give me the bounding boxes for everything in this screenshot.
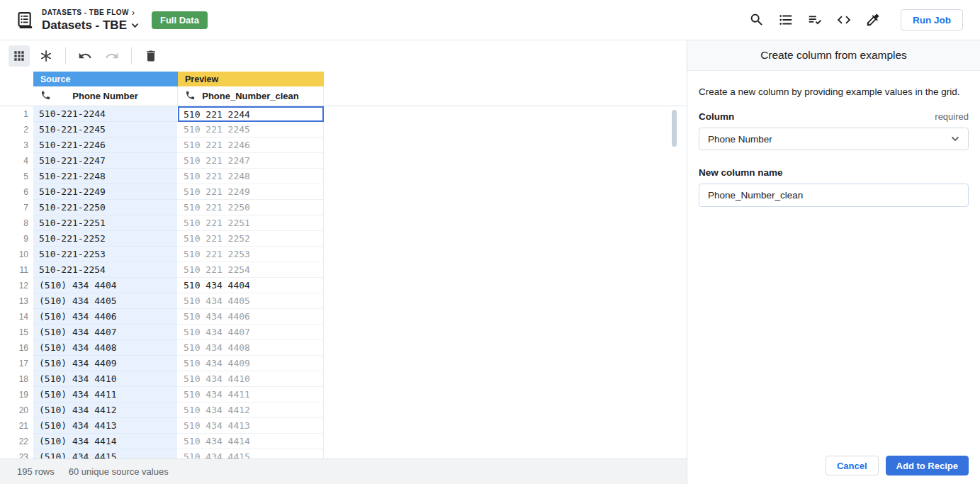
eyedropper-icon[interactable] <box>864 11 882 28</box>
chevron-down-icon[interactable] <box>131 23 139 28</box>
source-cell[interactable]: 510-221-2253 <box>33 247 178 262</box>
toolbar-divider <box>131 47 132 64</box>
column-select[interactable]: Phone Number <box>699 128 969 150</box>
grid-area: Source Preview Phone Number Phone_Number… <box>0 40 687 484</box>
preview-cell[interactable]: 510 221 2254 <box>178 262 324 278</box>
row-number: 10 <box>0 247 33 262</box>
row-number: 8 <box>0 215 33 231</box>
column-header-row: Phone Number Phone_Number_clean <box>0 86 687 106</box>
source-cell[interactable]: (510) 434 4411 <box>33 387 178 403</box>
source-cell[interactable]: (510) 434 4410 <box>33 371 178 387</box>
run-job-button[interactable]: Run Job <box>901 9 963 30</box>
top-header: DATASETS - TBE FLOW › Datasets - TBE Ful… <box>0 0 980 40</box>
row-number: 23 <box>0 449 33 458</box>
required-label: required <box>935 111 969 122</box>
code-icon[interactable] <box>835 11 852 28</box>
cancel-button[interactable]: Cancel <box>826 456 879 475</box>
recipe-book-icon <box>14 9 35 30</box>
preview-cell[interactable]: 510 221 2246 <box>178 137 324 153</box>
full-data-badge[interactable]: Full Data <box>152 11 208 29</box>
row-number: 19 <box>0 387 33 403</box>
grid-toolbar <box>0 40 687 72</box>
preview-cell[interactable]: 510 434 4412 <box>178 403 324 418</box>
chevron-right-icon: › <box>132 8 135 18</box>
source-cell[interactable]: 510-221-2246 <box>33 137 178 153</box>
preview-cell[interactable]: 510 434 4413 <box>178 418 324 434</box>
source-column-header[interactable]: Phone Number <box>33 86 178 106</box>
row-number: 15 <box>0 325 33 340</box>
new-column-name-input[interactable] <box>699 184 969 207</box>
preview-cell[interactable]: 510 434 4404 <box>178 278 324 293</box>
table-row: 10510-221-2253510 221 2253 <box>0 247 687 262</box>
row-number: 17 <box>0 356 33 371</box>
table-row: 23(510) 434 4415510 434 4415 <box>0 449 687 458</box>
source-cell[interactable]: (510) 434 4406 <box>33 309 178 325</box>
redo-icon[interactable] <box>101 45 123 67</box>
source-column-name[interactable]: Phone Number <box>33 91 177 101</box>
preview-cell[interactable]: 510 434 4409 <box>178 356 324 371</box>
source-cell[interactable]: 510-221-2254 <box>33 262 178 278</box>
preview-cell[interactable]: 510 221 2245 <box>178 122 324 137</box>
preview-column-name[interactable]: Phone_Number_clean <box>178 91 323 101</box>
preview-cell[interactable]: 510 434 4407 <box>178 325 324 340</box>
preview-column-header[interactable]: Phone_Number_clean <box>178 86 324 106</box>
add-to-recipe-button[interactable]: Add to Recipe <box>886 456 969 475</box>
table-row: 1510-221-2244510 221 2244 <box>0 106 687 122</box>
source-band: Source <box>33 72 178 86</box>
source-cell[interactable]: 510-221-2248 <box>33 169 178 184</box>
source-cell[interactable]: (510) 434 4407 <box>33 325 178 340</box>
source-cell[interactable]: 510-221-2251 <box>33 215 178 231</box>
source-cell[interactable]: (510) 434 4405 <box>33 293 178 309</box>
title-block: DATASETS - TBE FLOW › Datasets - TBE <box>42 8 139 33</box>
preview-cell[interactable]: 510 221 2253 <box>178 247 324 262</box>
source-cell[interactable]: 510-221-2247 <box>33 153 178 169</box>
source-cell[interactable]: (510) 434 4408 <box>33 340 178 356</box>
search-icon[interactable] <box>748 11 765 28</box>
preview-cell[interactable]: 510 434 4411 <box>178 387 324 403</box>
preview-cell[interactable]: 510 221 2247 <box>178 153 324 169</box>
preview-cell[interactable]: 510 221 2250 <box>178 200 324 215</box>
preview-cell[interactable]: 510 434 4406 <box>178 309 324 325</box>
vertical-scrollbar[interactable] <box>672 110 677 147</box>
source-cell[interactable]: (510) 434 4415 <box>33 449 178 458</box>
preview-cell[interactable]: 510 221 2252 <box>178 231 324 247</box>
source-cell[interactable]: (510) 434 4404 <box>33 278 178 293</box>
preview-cell[interactable]: 510 434 4410 <box>178 371 324 387</box>
preview-cell[interactable]: 510 434 4415 <box>178 449 324 458</box>
list-check-icon[interactable] <box>806 11 823 28</box>
table-row: 17(510) 434 4409510 434 4409 <box>0 356 687 371</box>
status-bar: 195 rows 60 unique source values <box>0 458 687 484</box>
toolbar-divider <box>65 47 66 64</box>
preview-cell[interactable]: 510 221 2248 <box>178 169 324 184</box>
list-icon[interactable] <box>777 11 794 28</box>
preview-cell[interactable]: 510 434 4408 <box>178 340 324 356</box>
row-number: 1 <box>0 106 33 122</box>
breadcrumb[interactable]: DATASETS - TBE FLOW › <box>42 8 139 18</box>
breadcrumb-label[interactable]: DATASETS - TBE FLOW <box>42 9 129 16</box>
source-cell[interactable]: 510-221-2244 <box>33 106 178 122</box>
trash-icon[interactable] <box>140 45 162 67</box>
table-row: 2510-221-2245510 221 2245 <box>0 122 687 137</box>
preview-cell[interactable]: 510 221 2251 <box>178 215 324 231</box>
row-number: 9 <box>0 231 33 247</box>
preview-cell[interactable]: 510 434 4405 <box>178 293 324 309</box>
table-row: 5510-221-2248510 221 2248 <box>0 169 687 184</box>
table-row: 16(510) 434 4408510 434 4408 <box>0 340 687 356</box>
source-cell[interactable]: (510) 434 4414 <box>33 434 178 449</box>
undo-icon[interactable] <box>74 45 96 67</box>
source-cell[interactable]: 510-221-2250 <box>33 200 178 215</box>
source-cell[interactable]: (510) 434 4413 <box>33 418 178 434</box>
asterisk-icon[interactable] <box>35 45 57 67</box>
source-cell[interactable]: 510-221-2252 <box>33 231 178 247</box>
row-number: 12 <box>0 278 33 293</box>
source-cell[interactable]: (510) 434 4412 <box>33 403 178 418</box>
source-cell[interactable]: 510-221-2249 <box>33 184 178 200</box>
source-cell[interactable]: 510-221-2245 <box>33 122 178 137</box>
preview-cell[interactable]: 510 434 4414 <box>178 434 324 449</box>
table-row: 8510-221-2251510 221 2251 <box>0 215 687 231</box>
row-number: 20 <box>0 403 33 418</box>
preview-cell[interactable]: 510 221 2249 <box>178 184 324 200</box>
preview-cell[interactable]: 510 221 2244 <box>178 106 324 122</box>
source-cell[interactable]: (510) 434 4409 <box>33 356 178 371</box>
grid-view-icon[interactable] <box>9 45 30 67</box>
